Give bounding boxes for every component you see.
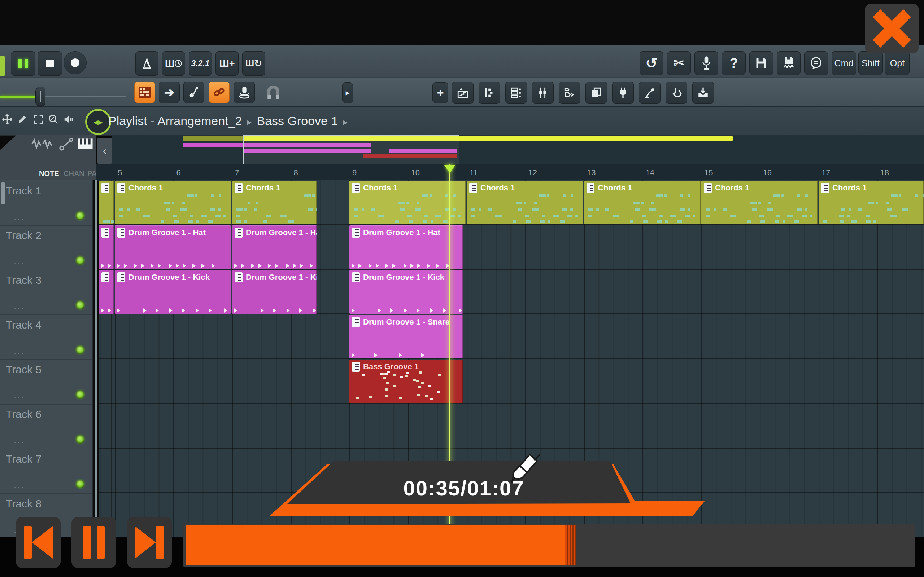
step-edit-button[interactable] — [134, 82, 155, 103]
track-name[interactable]: Track 7 — [6, 453, 42, 465]
clip-clip[interactable] — [99, 226, 114, 269]
clip-clip[interactable] — [99, 181, 114, 224]
magnet-icon[interactable] — [266, 86, 281, 102]
feedback-button[interactable] — [804, 51, 828, 75]
clip-pattern-icon[interactable] — [352, 227, 360, 238]
opt-key-button[interactable]: Opt — [885, 51, 909, 75]
workspace-tab[interactable] — [0, 56, 5, 76]
tab-note[interactable]: NOTE — [39, 169, 59, 178]
tab-chan[interactable]: CHAN — [63, 169, 84, 178]
chords-1-clip[interactable]: Chords 1 — [584, 181, 701, 224]
undo-button[interactable]: ↺ — [640, 51, 663, 75]
help-button[interactable]: ? — [722, 51, 746, 75]
video-prev-button[interactable] — [16, 517, 61, 568]
plugin-picker-button[interactable] — [612, 82, 634, 104]
drum-groove-1-kick-clip[interactable]: Drum Groove 1 - Kick — [232, 270, 317, 314]
countdown-button[interactable]: 3.2.1 — [189, 51, 212, 76]
track-options[interactable]: ... — [14, 390, 25, 401]
overview-viewport[interactable] — [243, 135, 459, 165]
drum-groove-1-kick-clip[interactable]: Drum Groove 1 - Kick — [349, 270, 463, 314]
playhead-marker[interactable] — [444, 165, 455, 173]
track-name[interactable]: Track 2 — [6, 229, 42, 242]
track-row-1[interactable]: Track 1... — [0, 180, 92, 226]
clip-pattern-icon[interactable] — [102, 183, 109, 193]
chords-1-clip[interactable]: Chords 1 — [349, 181, 466, 224]
drum-groove-1-hat-clip[interactable]: Drum Groove 1 - Hat — [232, 226, 317, 269]
step-advance-button[interactable]: ➔ — [159, 82, 180, 103]
overdub-button[interactable]: Ш+ — [215, 51, 239, 76]
chords-1-clip[interactable]: Chords 1 — [467, 181, 583, 224]
pan-tool-button[interactable] — [0, 111, 15, 128]
chords-1-clip[interactable]: Chords 1 — [115, 181, 231, 224]
chords-1-clip[interactable]: Chords 1 — [701, 181, 818, 224]
track-name[interactable]: Track 1 — [6, 185, 42, 197]
touch-controller-button[interactable] — [666, 82, 687, 104]
clip-pattern-icon[interactable] — [352, 272, 360, 282]
timeline-ruler[interactable]: 56789101112131415161718 — [96, 164, 924, 181]
pattern-track-icon[interactable] — [77, 138, 93, 150]
track-row-4[interactable]: Track 4... — [0, 314, 92, 360]
chords-1-clip[interactable]: Chords 1 — [819, 181, 924, 224]
export-wav-button[interactable] — [777, 51, 801, 75]
zoom-tool-button[interactable] — [46, 111, 61, 128]
drum-groove-1-snare-clip[interactable]: Drum Groove 1 - Snare — [349, 315, 463, 358]
clip-pattern-icon[interactable] — [352, 362, 360, 372]
plugin-database-button[interactable] — [585, 82, 607, 104]
drum-groove-1-hat-clip[interactable]: Drum Groove 1 - Hat — [349, 226, 463, 269]
track-row-5[interactable]: Track 5... — [0, 359, 92, 405]
clip-pattern-icon[interactable] — [117, 227, 125, 238]
collapse-overview-button[interactable]: ‹ — [97, 138, 112, 164]
chords-1-clip[interactable]: Chords 1 — [232, 181, 317, 224]
track-row-3[interactable]: Track 3... — [0, 270, 92, 315]
select-tool-button[interactable] — [31, 111, 45, 128]
track-name[interactable]: Track 6 — [6, 408, 42, 421]
vertical-scrollbar[interactable] — [1, 182, 5, 205]
channel-rack-button[interactable] — [505, 82, 527, 104]
track-mute-led[interactable] — [76, 345, 84, 354]
multilink-knob-button[interactable] — [234, 82, 255, 103]
clip-pattern-icon[interactable] — [234, 183, 242, 193]
track-row-2[interactable]: Track 2... — [0, 225, 92, 271]
shift-key-button[interactable]: Shift — [858, 51, 883, 75]
playlist-panel-button[interactable] — [478, 82, 500, 104]
track-name[interactable]: Track 4 — [6, 319, 42, 331]
track-row-6[interactable]: Track 6... — [0, 404, 92, 449]
track-options[interactable]: ... — [14, 435, 25, 446]
clip-pattern-icon[interactable] — [586, 183, 594, 193]
track-mute-led[interactable] — [76, 390, 84, 399]
clip-pattern-icon[interactable] — [234, 272, 242, 282]
clip-pattern-icon[interactable] — [102, 272, 109, 282]
playlist-title[interactable]: Playlist - Arrangement_2 — [108, 114, 242, 128]
track-mute-led[interactable] — [76, 435, 84, 443]
pause-button[interactable] — [11, 51, 36, 76]
volume-knob[interactable] — [36, 87, 45, 107]
cmd-key-button[interactable]: Cmd — [832, 51, 856, 75]
track-mute-led[interactable] — [76, 301, 84, 309]
track-options[interactable]: ... — [14, 211, 25, 222]
clip-pattern-icon[interactable] — [102, 227, 109, 238]
clip-clip[interactable] — [99, 270, 114, 314]
track-mute-led[interactable] — [76, 480, 84, 488]
stop-button[interactable] — [37, 51, 62, 76]
track-name[interactable]: Track 3 — [6, 274, 42, 286]
remote-control-button[interactable] — [639, 82, 661, 104]
track-options[interactable]: ... — [14, 256, 25, 267]
pattern-nav-button[interactable]: ▸ — [342, 82, 353, 103]
clip-pattern-icon[interactable] — [352, 183, 360, 193]
record-button[interactable] — [63, 51, 87, 74]
loop-record-button[interactable]: Ш ↻ — [242, 51, 265, 76]
tools-menu-button[interactable] — [692, 82, 714, 104]
wait-for-input-button[interactable]: Ш — [162, 51, 185, 76]
track-options[interactable]: ... — [14, 300, 25, 311]
playback-tool-button[interactable] — [61, 111, 76, 128]
track-name[interactable]: Track 5 — [6, 364, 42, 376]
clip-pattern-icon[interactable] — [821, 183, 829, 193]
close-overlay-button[interactable] — [865, 3, 919, 53]
mixer-button[interactable] — [532, 82, 554, 104]
bass-groove-1-clip[interactable]: Bass Groove 1 — [349, 359, 463, 403]
video-progress-track[interactable] — [183, 524, 915, 567]
clip-pattern-icon[interactable] — [469, 183, 477, 193]
video-progress-handle[interactable] — [565, 525, 576, 565]
arrangement-overview[interactable] — [112, 135, 924, 164]
track-mute-led[interactable] — [76, 256, 84, 265]
